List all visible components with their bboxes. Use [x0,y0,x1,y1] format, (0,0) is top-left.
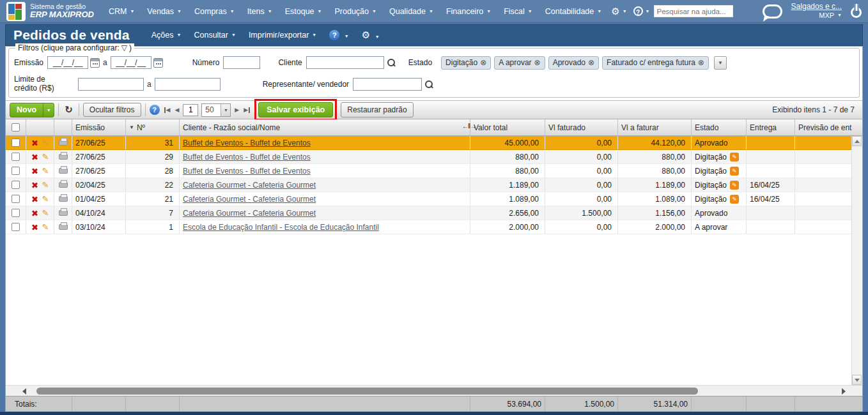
client-link[interactable]: Cafeteria Gourmet - Cafeteria Gourmet [183,195,316,204]
imprimir-exportar-menu[interactable]: Imprimir/exportar [244,29,322,42]
remove-chip-icon[interactable]: ⊗ [480,58,486,67]
chip-a-aprovar[interactable]: A aprovar ⊗ [494,56,545,70]
horizontal-scrollbar[interactable] [6,385,862,396]
chip-faturado[interactable]: Faturado c/ entrega futura ⊗ [602,56,709,70]
search-icon[interactable] [424,80,433,89]
calendar-icon[interactable] [153,58,163,68]
client-link[interactable]: Buffet de Eventos - Buffet de Eventos [183,153,311,162]
estado-edit-icon[interactable]: ✎ [730,153,739,162]
column-header-valor-total[interactable]: Valor total [470,119,545,135]
numero-input[interactable] [223,56,260,69]
menu-financeiro[interactable]: Financeiro [440,4,497,19]
acoes-menu[interactable]: Ações [146,29,187,42]
next-page-button[interactable]: ▶ [234,107,240,113]
search-icon[interactable] [387,58,396,67]
delete-icon[interactable] [31,140,38,146]
app-logo[interactable]: Sistema de gestão ERP MAXIPROD [6,2,94,21]
row-checkbox[interactable] [12,209,20,217]
last-page-button[interactable]: ▶ [243,107,251,113]
print-icon[interactable] [59,196,68,202]
menu-crm[interactable]: CRM [103,4,140,19]
delete-icon[interactable] [31,182,38,188]
edit-pencil-icon[interactable]: ✎ [42,209,49,217]
table-row[interactable]: ✎ 27/06/25 28 Buffet de Eventos - Buffet… [6,164,852,178]
scroll-down-arrow-icon[interactable] [852,375,862,385]
print-icon[interactable] [59,224,68,230]
edit-pencil-icon[interactable]: ✎ [42,167,49,175]
client-link[interactable]: Escola de Educação Infantil - Escola de … [183,223,379,232]
filters-legend[interactable]: Filtros (clique para configurar: ▽ ) [15,43,134,52]
row-checkbox[interactable] [12,139,20,147]
column-header-cliente[interactable]: Cliente - Razão social/Nome [180,119,470,135]
row-checkbox[interactable] [12,181,20,189]
select-all-checkbox[interactable] [12,123,20,132]
table-row[interactable]: ✎ 02/04/25 22 Cafeteria Gourmet - Cafete… [6,178,852,192]
column-header-vl-a-faturar[interactable]: Vl a faturar [618,119,692,135]
menu-compras[interactable]: Compras [189,4,240,19]
table-row[interactable]: ✎ 01/04/25 21 Cafeteria Gourmet - Cafete… [6,192,852,206]
client-link[interactable]: Cafeteria Gourmet - Cafeteria Gourmet [183,181,316,190]
nav-settings-button[interactable]: ⚙ ▼ [608,4,629,18]
scroll-right-arrow-icon[interactable] [842,388,846,395]
column-header-vl-faturado[interactable]: Vl faturado [545,119,618,135]
menu-producao[interactable]: Produção [329,4,382,19]
account-company-selector[interactable]: MXP [791,11,842,20]
menu-qualidade[interactable]: Qualidade [384,4,439,19]
column-header-estado[interactable]: Estado [692,119,747,135]
remove-chip-icon[interactable]: ⊗ [534,58,541,67]
print-icon[interactable] [59,182,68,188]
delete-icon[interactable] [31,224,38,230]
print-icon[interactable] [59,154,68,160]
column-header-emissao[interactable]: Emissão [72,119,126,135]
logout-power-icon[interactable] [851,7,862,18]
scroll-up-arrow-icon[interactable] [852,136,862,146]
ocultar-filtros-button[interactable]: Ocultar filtros [83,103,141,117]
row-checkbox[interactable] [12,167,20,175]
column-header-numero[interactable]: ▼ Nº [126,119,180,135]
help-search-input[interactable] [654,5,733,17]
delete-icon[interactable] [31,196,38,202]
menu-fiscal[interactable]: Fiscal [498,4,538,19]
column-header-previsao[interactable]: Previsão de ent [795,119,862,135]
column-header-entrega[interactable]: Entrega [747,119,795,135]
page-number-input[interactable] [183,104,198,116]
account-name-link[interactable]: Salgados e c... [791,2,842,11]
remove-chip-icon[interactable]: ⊗ [588,58,594,67]
estado-dropdown-button[interactable]: ▼ [714,56,727,70]
table-row[interactable]: ✎ 27/06/25 31 Buffet de Eventos - Buffet… [6,136,852,150]
cliente-input[interactable] [306,56,384,69]
estado-edit-icon[interactable]: ✎ [730,195,739,204]
delete-icon[interactable] [31,168,38,174]
menu-vendas[interactable]: Vendas [141,4,187,19]
edit-pencil-icon[interactable]: ✎ [42,139,49,147]
nav-help-button[interactable]: ? ▼ [631,4,653,18]
calendar-icon[interactable] [90,58,100,68]
table-row[interactable]: ✎ 27/06/25 29 Buffet de Eventos - Buffet… [6,150,852,164]
emissao-to-input[interactable] [111,56,151,69]
titlebar-help-button[interactable]: ? ▼ [324,28,353,42]
row-checkbox[interactable] [12,195,20,203]
table-row[interactable]: ✎ 04/10/24 7 Cafeteria Gourmet - Cafeter… [6,206,852,220]
consultar-menu[interactable]: Consultar [189,29,240,42]
novo-button[interactable]: Novo ▼ [10,103,54,117]
remove-chip-icon[interactable]: ⊗ [698,58,704,67]
chat-icon[interactable] [763,4,782,19]
salvar-exibicao-button[interactable]: Salvar exibição [258,102,333,117]
menu-itens[interactable]: Itens [242,4,278,19]
horizontal-scrollbar-thumb[interactable] [36,388,698,395]
vertical-scrollbar[interactable] [851,136,862,385]
representante-input[interactable] [353,78,422,91]
restaurar-padrao-button[interactable]: Restaurar padrão [341,102,413,117]
row-checkbox[interactable] [12,223,20,231]
row-checkbox[interactable] [12,153,20,161]
print-icon[interactable] [59,140,68,146]
help-icon[interactable]: ? [150,105,160,115]
print-icon[interactable] [59,168,68,174]
page-size-select[interactable]: 50 ▼ [201,103,231,117]
chip-digitacao[interactable]: Digitação ⊗ [441,56,491,70]
scroll-left-arrow-icon[interactable] [22,388,26,395]
estado-edit-icon[interactable]: ✎ [730,167,739,176]
estado-edit-icon[interactable]: ✎ [730,181,739,190]
table-row[interactable]: ✎ 03/10/24 1 Escola de Educação Infantil… [6,220,852,234]
emissao-from-input[interactable] [47,56,88,69]
